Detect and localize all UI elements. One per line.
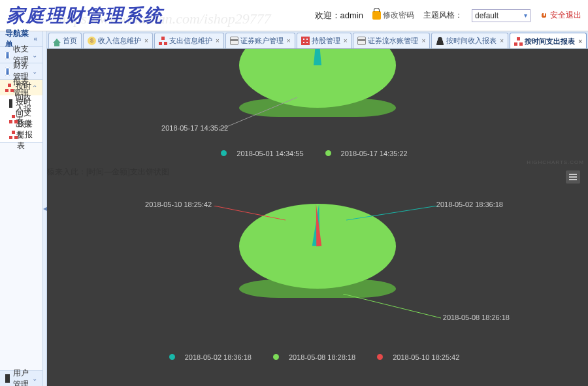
leader-line bbox=[219, 97, 297, 137]
close-icon[interactable]: × bbox=[287, 37, 291, 44]
chart-legend: 2018-05-01 14:34:55 2018-05-17 14:35:22 bbox=[47, 143, 588, 165]
main: 首页 $收入信息维护× 支出信息维护× 证券账户管理× 持股管理× 证券流水账管… bbox=[47, 31, 588, 386]
chevron-down-icon: ⌄ bbox=[32, 68, 37, 75]
hierarchy-icon bbox=[9, 115, 12, 123]
lock-icon bbox=[372, 11, 381, 20]
chart-menu-button[interactable] bbox=[566, 170, 580, 184]
header: 家庭理财管理系统 欢迎：admin 修改密码 主题风格： default ▾ 安… bbox=[0, 0, 588, 31]
svg-line-1 bbox=[214, 206, 286, 220]
tab-label: 首页 bbox=[63, 36, 77, 46]
card-icon bbox=[357, 37, 366, 45]
change-password-label: 修改密码 bbox=[383, 10, 414, 21]
sidebar: 导航菜单 « 收支管理 ⌄ 财务管理 ⌄ 报表管理 ⌃ bbox=[0, 31, 43, 386]
user-icon bbox=[5, 374, 10, 383]
chevron-down-icon: ▾ bbox=[524, 12, 527, 19]
tab-label: 按时间收入报表 bbox=[446, 36, 497, 46]
close-icon[interactable]: × bbox=[421, 37, 425, 44]
tree-item-by-type[interactable]: 按类型报表 bbox=[0, 127, 42, 142]
hierarchy-icon bbox=[5, 84, 10, 92]
legend-label: 2018-05-17 14:35:22 bbox=[341, 150, 408, 157]
close-icon[interactable]: × bbox=[578, 38, 582, 45]
tab-label: 证券流水账管理 bbox=[368, 36, 418, 46]
svg-line-3 bbox=[343, 294, 441, 318]
legend-label: 2018-05-02 18:36:18 bbox=[185, 353, 252, 361]
legend-label: 2018-05-01 14:34:55 bbox=[237, 150, 303, 157]
theme-value: default bbox=[475, 11, 498, 20]
ledger-icon bbox=[5, 51, 10, 59]
close-icon[interactable]: × bbox=[216, 37, 220, 44]
chevron-down-icon: ⌄ bbox=[32, 52, 37, 59]
tab-securities-flow[interactable]: 证券流水账管理× bbox=[353, 33, 430, 48]
person-icon bbox=[9, 99, 12, 108]
svg-line-2 bbox=[346, 206, 438, 220]
power-icon bbox=[540, 11, 548, 20]
chart-label: 2018-05-10 18:25:42 bbox=[145, 201, 212, 208]
tab-holdings[interactable]: 持股管理× bbox=[297, 33, 352, 48]
hierarchy-icon bbox=[514, 37, 523, 46]
tab-label: 支出信息维护 bbox=[169, 36, 212, 46]
tab-expense-maintain[interactable]: 支出信息维护× bbox=[154, 33, 224, 48]
tab-securities-account[interactable]: 证券账户管理× bbox=[225, 33, 295, 48]
close-icon[interactable]: × bbox=[344, 37, 348, 44]
tab-label: 证券账户管理 bbox=[240, 36, 284, 46]
legend-item[interactable]: 2018-05-02 18:36:18 bbox=[169, 353, 258, 361]
change-password-link[interactable]: 修改密码 bbox=[372, 10, 414, 21]
welcome-text: 欢迎：admin bbox=[315, 10, 363, 22]
theme-select[interactable]: default ▾ bbox=[472, 9, 531, 22]
content-area[interactable]: 2018-05-17 14:35:22 2018-05-01 14:34:55 … bbox=[47, 49, 588, 386]
chart-label: 2018-05-08 18:26:18 bbox=[443, 314, 510, 321]
card-icon bbox=[230, 37, 238, 45]
ledger-icon bbox=[5, 67, 10, 76]
leader-line bbox=[214, 206, 286, 222]
legend-item[interactable]: 2018-05-10 18:25:42 bbox=[377, 353, 466, 361]
tab-bar: 首页 $收入信息维护× 支出信息维护× 证券账户管理× 持股管理× 证券流水账管… bbox=[47, 31, 588, 49]
tab-label: 持股管理 bbox=[312, 36, 340, 46]
chart-title: 猿来入此：[时间—金额]支出饼状图 bbox=[47, 167, 588, 178]
tab-income-report[interactable]: 按时间收入报表× bbox=[431, 33, 508, 48]
grid-icon bbox=[301, 37, 310, 45]
svg-line-0 bbox=[219, 97, 297, 130]
sidebar-item-user[interactable]: 用户管理 ⌄ bbox=[0, 370, 42, 386]
app-logo: 家庭理财管理系统 bbox=[7, 3, 163, 28]
tab-home[interactable]: 首页 bbox=[48, 33, 82, 48]
person-icon bbox=[436, 37, 444, 45]
legend-label: 2018-05-10 18:25:42 bbox=[393, 353, 459, 361]
chart-label: 2018-05-02 18:36:18 bbox=[436, 201, 503, 208]
chart-legend: 2018-05-02 18:36:18 2018-05-08 18:28:18 … bbox=[47, 347, 588, 368]
logout-link[interactable]: 安全退出 bbox=[540, 10, 581, 21]
tab-label: 收入信息维护 bbox=[98, 36, 141, 46]
close-icon[interactable]: × bbox=[500, 37, 504, 44]
chart-label: 2018-05-17 14:35:22 bbox=[161, 124, 228, 132]
legend-item[interactable]: 2018-05-01 14:34:55 bbox=[221, 150, 310, 157]
tab-label: 按时间支出报表 bbox=[525, 37, 575, 46]
legend-item[interactable]: 2018-05-17 14:35:22 bbox=[325, 150, 414, 157]
tree-label: 按类型报表 bbox=[17, 118, 37, 152]
sidebar-label: 用户管理 bbox=[13, 368, 29, 387]
tab-income-maintain[interactable]: $收入信息维护× bbox=[83, 33, 153, 48]
hierarchy-icon bbox=[159, 37, 167, 45]
chart-2: 猿来入此：[时间—金额]支出饼状图 2018-05-10 18:25:42 20… bbox=[47, 167, 588, 369]
collapse-icon[interactable]: « bbox=[34, 35, 38, 42]
money-icon: $ bbox=[88, 37, 96, 45]
chart-1: 2018-05-17 14:35:22 2018-05-01 14:34:55 … bbox=[47, 49, 588, 167]
tab-expense-report[interactable]: 按时间支出报表× bbox=[510, 33, 587, 49]
legend-item[interactable]: 2018-05-08 18:28:18 bbox=[273, 353, 362, 361]
logout-label: 安全退出 bbox=[550, 10, 581, 21]
legend-label: 2018-05-08 18:28:18 bbox=[289, 353, 355, 361]
close-icon[interactable]: × bbox=[144, 37, 148, 44]
hierarchy-icon bbox=[9, 131, 14, 139]
home-icon bbox=[53, 39, 61, 43]
chevron-down-icon: ⌄ bbox=[32, 375, 37, 382]
theme-label: 主题风格： bbox=[423, 10, 463, 21]
chart-credit: HIGHCHARTS.COM bbox=[527, 159, 584, 165]
leader-line bbox=[346, 206, 438, 222]
leader-line bbox=[343, 294, 441, 320]
